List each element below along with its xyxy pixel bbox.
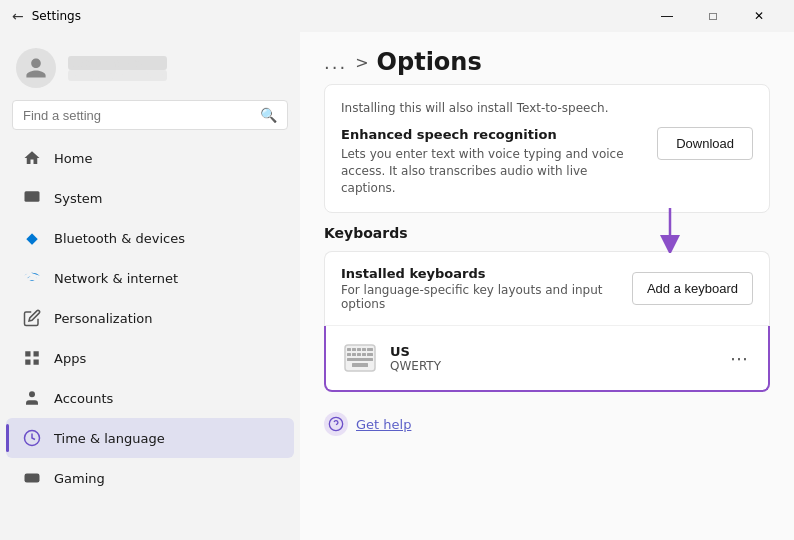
keyboard-name: US (390, 344, 714, 359)
add-keyboard-button[interactable]: Add a keyboard (632, 272, 753, 305)
breadcrumb-separator: > (355, 53, 368, 72)
search-box[interactable]: 🔍 (12, 100, 288, 130)
content-body: Installing this will also install Text-t… (300, 84, 794, 468)
keyboards-header-text: Installed keyboards For language-specifi… (341, 266, 632, 311)
svg-rect-2 (34, 351, 39, 356)
network-icon (22, 268, 42, 288)
sidebar-item-label-home: Home (54, 151, 92, 166)
svg-rect-1 (25, 351, 30, 356)
svg-rect-4 (25, 360, 30, 365)
search-input[interactable] (23, 108, 254, 123)
personalization-icon (22, 308, 42, 328)
svg-rect-13 (367, 348, 373, 351)
get-help-icon (324, 412, 348, 436)
arrow-annotation (630, 203, 710, 253)
window-title: Settings (32, 9, 81, 23)
user-email: user@example.com (68, 70, 167, 81)
svg-rect-7 (25, 474, 40, 483)
content-area: ... > Options Installing this will also … (300, 32, 794, 540)
svg-rect-16 (357, 353, 361, 356)
svg-rect-11 (357, 348, 361, 351)
bluetooth-icon: ◆ (22, 228, 42, 248)
sidebar-item-label-accounts: Accounts (54, 391, 113, 406)
avatar (16, 48, 56, 88)
maximize-button[interactable]: □ (690, 0, 736, 32)
svg-rect-20 (352, 363, 368, 367)
keyboards-section: Keyboards Installed k (324, 225, 770, 392)
keyboard-layout: QWERTY (390, 359, 714, 373)
keyboards-header: Installed keyboards For language-specifi… (324, 251, 770, 326)
user-name: User Name (68, 56, 167, 70)
back-icon[interactable]: ← (12, 8, 24, 24)
get-help-row: Get help (324, 404, 770, 444)
enhanced-speech-card: Installing this will also install Text-t… (324, 84, 770, 213)
feature-desc: Lets you enter text with voice typing an… (341, 146, 645, 196)
sidebar-item-apps[interactable]: Apps (6, 338, 294, 378)
sidebar-item-label-time: Time & language (54, 431, 165, 446)
svg-rect-10 (352, 348, 356, 351)
keyboard-icon (344, 344, 376, 372)
sidebar-item-bluetooth[interactable]: ◆ Bluetooth & devices (6, 218, 294, 258)
svg-rect-0 (25, 191, 40, 202)
apps-icon (22, 348, 42, 368)
sidebar-item-label-personalization: Personalization (54, 311, 153, 326)
sidebar-item-system[interactable]: System (6, 178, 294, 218)
content-header: ... > Options (300, 32, 794, 84)
sidebar-item-label-apps: Apps (54, 351, 86, 366)
keyboards-wrapper: Installed keyboards For language-specifi… (324, 251, 770, 392)
sidebar-item-accounts[interactable]: Accounts (6, 378, 294, 418)
download-button[interactable]: Download (657, 127, 753, 160)
keyboards-header-title: Installed keyboards (341, 266, 632, 281)
sidebar-item-label-system: System (54, 191, 102, 206)
nav-list: Home System ◆ Bluetooth & devices Networ… (0, 138, 300, 498)
search-icon: 🔍 (260, 107, 277, 123)
keyboard-info: US QWERTY (390, 344, 714, 373)
svg-rect-12 (362, 348, 366, 351)
sidebar: User Name user@example.com 🔍 Home (0, 32, 300, 540)
svg-rect-19 (347, 358, 373, 361)
gaming-icon (22, 468, 42, 488)
keyboard-more-button[interactable]: ⋯ (726, 344, 752, 373)
sidebar-item-personalization[interactable]: Personalization (6, 298, 294, 338)
page-title: Options (377, 48, 482, 76)
install-note: Installing this will also install Text-t… (341, 101, 753, 115)
close-button[interactable]: ✕ (736, 0, 782, 32)
sidebar-item-network[interactable]: Network & internet (6, 258, 294, 298)
svg-point-5 (29, 391, 35, 397)
sidebar-item-label-gaming: Gaming (54, 471, 105, 486)
feature-text: Enhanced speech recognition Lets you ent… (341, 127, 645, 196)
sidebar-item-label-network: Network & internet (54, 271, 178, 286)
feature-title: Enhanced speech recognition (341, 127, 645, 142)
accounts-icon (22, 388, 42, 408)
user-section[interactable]: User Name user@example.com (0, 32, 300, 100)
keyboard-icon-wrap (342, 340, 378, 376)
sidebar-item-label-bluetooth: Bluetooth & devices (54, 231, 185, 246)
svg-rect-3 (34, 360, 39, 365)
system-icon (22, 188, 42, 208)
home-icon (22, 148, 42, 168)
minimize-button[interactable]: — (644, 0, 690, 32)
breadcrumb-dots[interactable]: ... (324, 52, 347, 73)
title-bar: ← Settings — □ ✕ (0, 0, 794, 32)
svg-rect-14 (347, 353, 351, 356)
sidebar-item-time[interactable]: Time & language (6, 418, 294, 458)
enhanced-speech-row: Enhanced speech recognition Lets you ent… (341, 127, 753, 196)
svg-rect-9 (347, 348, 351, 351)
get-help-link[interactable]: Get help (356, 417, 411, 432)
svg-rect-15 (352, 353, 356, 356)
user-info: User Name user@example.com (68, 56, 167, 81)
sidebar-item-home[interactable]: Home (6, 138, 294, 178)
keyboards-header-desc: For language-specific key layouts and in… (341, 283, 632, 311)
svg-rect-18 (367, 353, 373, 356)
sidebar-item-gaming[interactable]: Gaming (6, 458, 294, 498)
time-icon (22, 428, 42, 448)
window-controls: — □ ✕ (644, 0, 782, 32)
svg-rect-17 (362, 353, 366, 356)
keyboard-item-us[interactable]: US QWERTY ⋯ (324, 326, 770, 392)
